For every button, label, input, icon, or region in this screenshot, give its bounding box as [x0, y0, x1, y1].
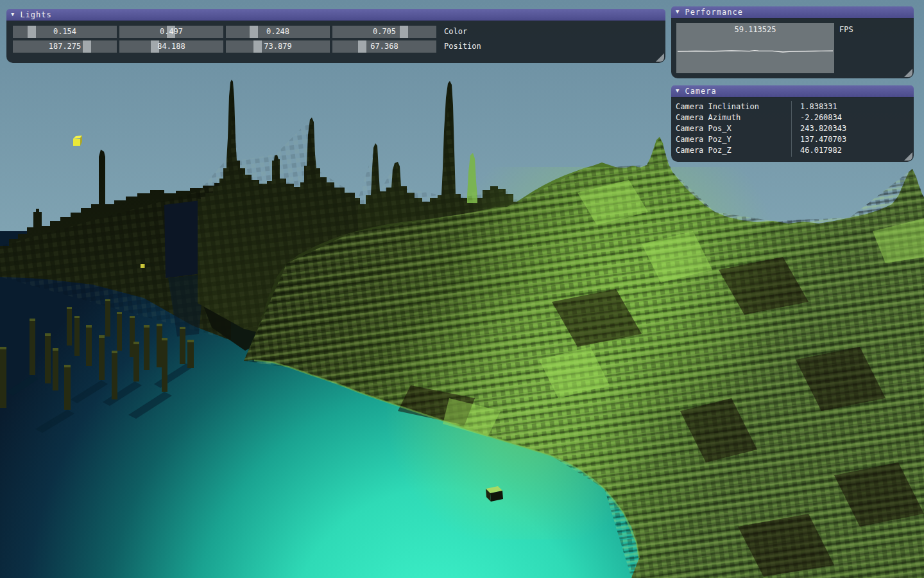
small-light-cube [141, 264, 145, 268]
slider-value: 0.248 [226, 26, 330, 38]
performance-panel: ▼ Performance 59.113525 FPS [671, 6, 914, 78]
slider-value: 0.497 [119, 26, 223, 38]
performance-panel-body: 59.113525 FPS [671, 18, 914, 78]
lights-position-slider-3[interactable]: 73.879 [226, 40, 330, 53]
camera-param-value[interactable]: 46.017982 [800, 145, 914, 156]
lights-panel-body: 0.154 0.497 0.248 0.705 Color [6, 21, 665, 63]
resize-grip-icon[interactable] [904, 69, 912, 77]
collapse-icon[interactable]: ▼ [676, 9, 680, 15]
app-window: ▼ Lights 0.154 0.497 0.248 0.7 [0, 0, 924, 578]
camera-param-label: Camera Poz_Y [676, 134, 791, 145]
lights-position-slider-4[interactable]: 67.368 [332, 40, 436, 53]
lights-position-slider-1[interactable]: 187.275 [13, 40, 117, 53]
lights-panel: ▼ Lights 0.154 0.497 0.248 0.7 [6, 9, 665, 63]
performance-panel-title: Performance [685, 6, 742, 18]
lights-color-slider-1[interactable]: 0.154 [13, 26, 117, 38]
slider-value: 0.154 [13, 26, 117, 38]
camera-row: Camera Inclination 1.838331 [671, 101, 914, 112]
performance-panel-header[interactable]: ▼ Performance [671, 6, 914, 19]
resize-grip-icon[interactable] [904, 152, 912, 161]
camera-panel-body: Camera Inclination 1.838331 Camera Azimu… [671, 97, 914, 162]
camera-param-label: Camera Azimuth [676, 112, 791, 123]
camera-param-value[interactable]: 243.820343 [800, 123, 914, 134]
fps-unit-label: FPS [839, 25, 853, 34]
camera-panel-title: Camera [685, 85, 716, 97]
slider-value: 73.879 [226, 40, 330, 53]
camera-row: Camera Poz_Z 46.017982 [671, 145, 914, 156]
position-row-label: Position [444, 40, 481, 53]
fps-graph: 59.113525 [676, 23, 834, 73]
lights-panel-header[interactable]: ▼ Lights [6, 9, 665, 21]
light-color-row: 0.154 0.497 0.248 0.705 Color [13, 26, 467, 38]
light-position-row: 187.275 84.188 73.879 67.368 Position [13, 40, 481, 53]
collapse-icon[interactable]: ▼ [676, 88, 680, 94]
slider-value: 187.275 [13, 40, 117, 53]
lights-position-slider-2[interactable]: 84.188 [119, 40, 223, 53]
slider-value: 84.188 [119, 40, 223, 53]
camera-param-label: Camera Poz_Z [676, 145, 791, 156]
resize-grip-icon[interactable] [656, 53, 664, 62]
lights-panel-title: Lights [20, 9, 51, 21]
fps-value: 59.113525 [676, 25, 834, 34]
color-row-label: Color [444, 26, 467, 38]
lights-color-slider-4[interactable]: 0.705 [332, 26, 436, 38]
camera-param-value[interactable]: 1.838331 [800, 101, 914, 112]
camera-panel: ▼ Camera Camera Inclination 1.838331 Cam… [671, 85, 914, 162]
collapse-icon[interactable]: ▼ [11, 12, 15, 17]
slider-value: 67.368 [332, 40, 436, 53]
lights-color-slider-2[interactable]: 0.497 [119, 26, 223, 38]
camera-param-label: Camera Inclination [676, 101, 791, 112]
camera-row: Camera Poz_Y 137.470703 [671, 134, 914, 145]
camera-param-value[interactable]: 137.470703 [800, 134, 914, 145]
camera-row: Camera Pos_X 243.820343 [671, 123, 914, 134]
column-divider [791, 101, 792, 157]
camera-param-value[interactable]: -2.260834 [800, 112, 914, 123]
slider-value: 0.705 [332, 26, 436, 38]
camera-rows: Camera Inclination 1.838331 Camera Azimu… [671, 101, 914, 156]
camera-panel-header[interactable]: ▼ Camera [671, 85, 914, 98]
camera-param-label: Camera Pos_X [676, 123, 791, 134]
camera-row: Camera Azimuth -2.260834 [671, 112, 914, 123]
lights-color-slider-3[interactable]: 0.248 [226, 26, 330, 38]
